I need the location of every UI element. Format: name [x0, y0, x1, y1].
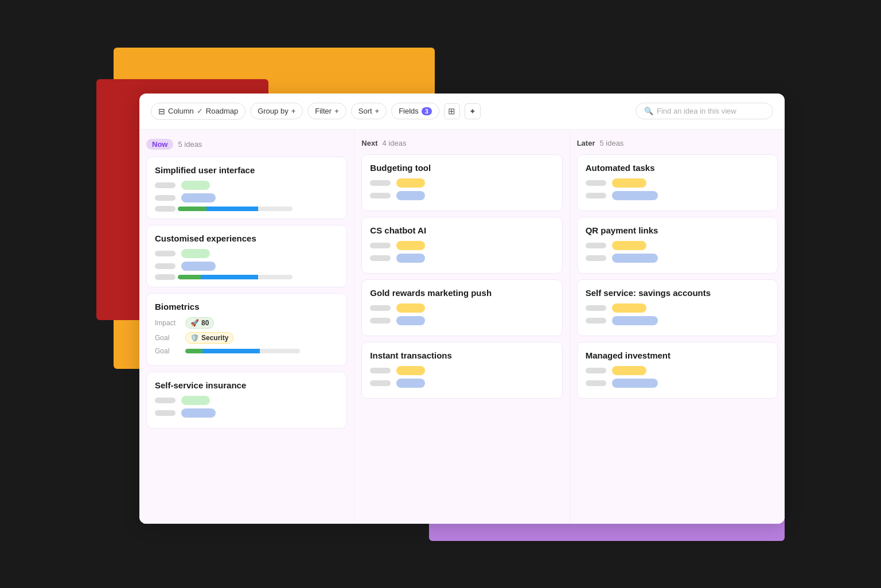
card-biometrics[interactable]: Biometrics Impact 🚀 80 Goal 🛡️ Security [146, 293, 347, 366]
meta-pill-3 [155, 274, 176, 280]
check-circle-icon: ✓ [197, 107, 203, 115]
card-managed-investment[interactable]: Managed investment [577, 342, 778, 399]
fields-badge: 3 [422, 107, 432, 115]
meta-pill [586, 368, 606, 373]
tag-yellow [396, 303, 425, 313]
next-label: Next [361, 139, 377, 147]
card-row-1 [155, 249, 338, 258]
card-row-1 [586, 178, 769, 188]
card-savings-accounts[interactable]: Self service: savings accounts [577, 279, 778, 336]
card-row-1 [370, 366, 553, 375]
card-cs-chatbot[interactable]: CS chatbot AI [361, 217, 562, 274]
impact-value: 80 [201, 319, 209, 327]
card-title: Simplified user interface [155, 165, 338, 175]
tag-blue [181, 262, 216, 271]
column-later-header: Later 5 ideas [577, 139, 778, 147]
card-instant-transactions[interactable]: Instant transactions [361, 342, 562, 399]
later-count: 5 ideas [599, 139, 623, 147]
meta-pill-2 [370, 255, 391, 261]
meta-pill [155, 398, 176, 403]
goal-value: Security [201, 334, 228, 342]
tag-yellow [396, 366, 425, 375]
column-button[interactable]: ⊟ Column ✓ Roadmap [151, 103, 245, 120]
search-placeholder: Find an idea in this view [657, 107, 736, 115]
meta-pill [586, 305, 606, 311]
progress-blue [206, 207, 258, 211]
card-row-1 [586, 241, 769, 250]
card-title: Instant transactions [370, 351, 553, 360]
goal-label: Goal [155, 334, 181, 342]
group-by-plus: + [291, 107, 296, 115]
column-now-header: Now 5 ideas [146, 139, 347, 150]
card-row-2 [586, 254, 769, 263]
progress-row [155, 206, 338, 212]
layout-icon[interactable]: ⊞ [444, 103, 460, 119]
card-row-2 [370, 191, 553, 200]
fields-button[interactable]: Fields 3 [391, 103, 439, 119]
card-row-2 [586, 316, 769, 325]
card-row-1 [586, 366, 769, 375]
meta-pill-gray-3 [155, 206, 176, 212]
tag-blue [612, 316, 658, 325]
goal-progress-track [185, 349, 300, 353]
tag-yellow [612, 303, 646, 313]
columns-area: Now 5 ideas Simplified user interface [139, 130, 785, 524]
tag-blue [612, 191, 658, 200]
meta-pill-2 [155, 410, 176, 416]
search-icon: 🔍 [644, 107, 653, 115]
card-gold-rewards[interactable]: Gold rewards marketing push [361, 279, 562, 336]
tag-green [181, 181, 210, 190]
tag-blue [396, 191, 425, 200]
card-qr-payment[interactable]: QR payment links [577, 217, 778, 274]
card-simplified-ui[interactable]: Simplified user interface [146, 157, 347, 219]
card-row-1 [155, 396, 338, 405]
progress-track [178, 275, 293, 279]
impact-label: Impact [155, 319, 181, 327]
ai-icon[interactable]: ✦ [465, 103, 481, 119]
card-automated-tasks[interactable]: Automated tasks [577, 154, 778, 211]
progress-track [178, 207, 293, 211]
main-panel: ⊟ Column ✓ Roadmap Group by + Filter + S… [139, 94, 785, 524]
tag-yellow [612, 366, 646, 375]
card-customised-exp[interactable]: Customised experiences [146, 225, 347, 287]
card-title: Automated tasks [586, 163, 769, 173]
card-self-service-insurance[interactable]: Self-service insurance [146, 372, 347, 429]
meta-pill [370, 305, 391, 311]
search-box[interactable]: 🔍 Find an idea in this view [636, 103, 773, 119]
toolbar: ⊟ Column ✓ Roadmap Group by + Filter + S… [139, 94, 785, 130]
column-later: Later 5 ideas Automated tasks [570, 130, 785, 524]
meta-pill-2 [586, 255, 606, 261]
goal-row: Goal 🛡️ Security [155, 332, 338, 344]
card-row-2 [586, 191, 769, 200]
meta-pill-2 [370, 193, 391, 198]
goal-progress-blue [202, 349, 260, 353]
column-label: Column [168, 107, 194, 115]
card-row-2 [370, 316, 553, 325]
tag-blue [181, 408, 216, 418]
card-title: QR payment links [586, 225, 769, 235]
tag-blue [396, 316, 425, 325]
meta-pill-2 [586, 193, 606, 198]
card-budgeting-tool[interactable]: Budgeting tool [361, 154, 562, 211]
progress-green [178, 275, 201, 279]
card-row-1 [370, 178, 553, 188]
filter-button[interactable]: Filter + [307, 103, 346, 119]
tag-blue [181, 193, 216, 203]
rocket-icon: 🚀 [190, 319, 199, 327]
sort-button[interactable]: Sort + [351, 103, 387, 119]
column-next: Next 4 ideas Budgeting tool [354, 130, 570, 524]
fields-label: Fields [399, 107, 419, 115]
meta-pill-gray-2 [155, 195, 176, 201]
meta-pill [155, 251, 176, 256]
group-by-button[interactable]: Group by + [250, 103, 303, 119]
sort-plus: + [375, 107, 380, 115]
card-title: Budgeting tool [370, 163, 553, 173]
meta-pill-2 [586, 318, 606, 324]
meta-pill-2 [155, 263, 176, 269]
card-title: Self service: savings accounts [586, 288, 769, 298]
tag-yellow [396, 178, 425, 188]
impact-row: Impact 🚀 80 [155, 317, 338, 329]
group-by-label: Group by [258, 107, 288, 115]
column-now: Now 5 ideas Simplified user interface [139, 130, 354, 524]
card-row-2 [370, 379, 553, 388]
